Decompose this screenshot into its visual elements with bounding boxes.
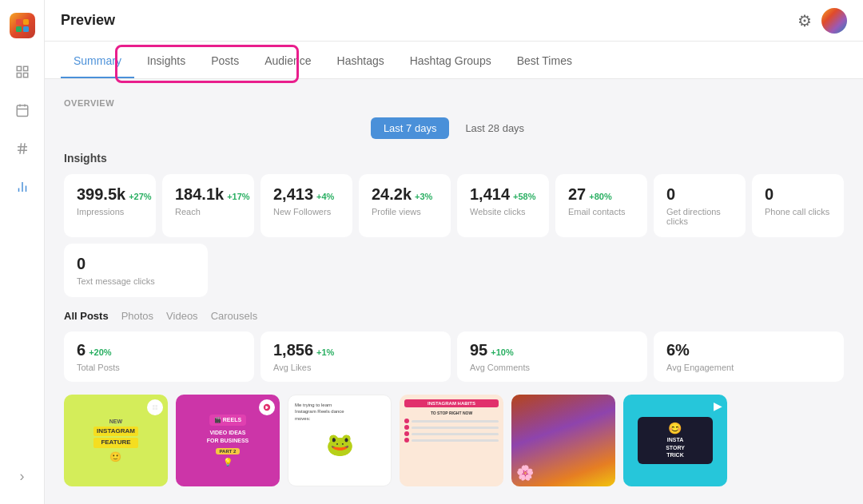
posts-tab-carousels[interactable]: Carousels [211,310,258,322]
svg-rect-22 [153,408,155,411]
hashtag-icon[interactable] [11,137,34,160]
svg-rect-4 [17,66,21,70]
svg-line-15 [23,143,25,154]
directions-clicks-card: 0 Get directions clicks [654,174,746,237]
thumbnail-6[interactable]: 😊 INSTA STORY TRICK ▶ [623,395,727,486]
impressions-card: 399.5k +27% Impressions [64,174,156,237]
svg-rect-0 [16,19,22,25]
chart-icon[interactable] [11,176,34,198]
expand-button[interactable]: › [14,462,31,491]
tab-best-times[interactable]: Best Times [504,42,585,78]
profile-views-card: 24.2k +3% Profile views [359,174,451,237]
svg-rect-20 [153,405,155,407]
tab-hashtag-groups[interactable]: Hashtag Groups [397,42,504,78]
svg-rect-7 [23,73,27,77]
topbar-actions: ⚙ [797,8,847,34]
posts-tabs: All Posts Photos Videos Carousels [64,310,844,322]
app-logo [10,13,35,38]
tab-audience[interactable]: Audience [252,42,324,78]
website-clicks-card: 1,414 +58% Website clicks [457,174,549,237]
thumb-1-badge [147,399,163,415]
settings-icon[interactable]: ⚙ [797,11,812,30]
tab-posts[interactable]: Posts [198,42,252,78]
content-area: OVERVIEW Last 7 days Last 28 days Insigh… [45,79,863,504]
nav-tabs-container: Summary Insights Posts Audience Hashtags… [45,42,863,79]
avg-comments-card: 95 +10% Avg Comments [457,331,647,382]
thumbnails-row: NEW INSTAGRAM FEATURE 🙂 🎬 REELS [64,395,844,486]
overview-label: OVERVIEW [64,92,844,108]
svg-rect-6 [17,73,21,77]
posts-tab-photos[interactable]: Photos [121,310,153,322]
grid-icon[interactable] [11,61,34,83]
insights-title: Insights [64,152,844,165]
avg-engagement-card: 6% Avg Engagement [654,331,844,382]
svg-rect-23 [156,408,158,411]
topbar: Preview ⚙ [45,0,863,42]
main-content: Preview ⚙ Summary Insights Posts Audienc… [45,0,863,504]
total-posts-card: 6 +20% Total Posts [64,331,254,382]
email-contacts-card: 27 +80% Email contacts [555,174,647,237]
impressions-value: 399.5k +27% [77,185,143,204]
calendar-icon[interactable] [11,99,34,121]
last-28-days-button[interactable]: Last 28 days [452,117,537,139]
svg-rect-5 [23,66,27,70]
text-message-clicks-card: 0 Text message clicks [64,244,208,297]
tab-summary[interactable]: Summary [61,42,134,78]
svg-line-14 [20,143,22,154]
tab-insights[interactable]: Insights [134,42,198,78]
svg-rect-3 [23,26,29,32]
reach-card: 184.1k +17% Reach [162,174,254,237]
svg-rect-21 [156,405,158,407]
avg-likes-card: 1,856 +1% Avg Likes [260,331,451,382]
thumb-2-badge [259,399,275,415]
phone-call-clicks-card: 0 Phone call clicks [752,174,844,237]
avatar[interactable] [821,8,847,34]
thumbnail-5[interactable]: 🌸 [511,395,615,486]
nav-tabs: Summary Insights Posts Audience Hashtags… [61,42,847,78]
thumbnail-3[interactable]: Me trying to learn Instagram Reels dance… [288,395,392,486]
svg-rect-2 [16,26,22,32]
new-followers-card: 2,413 +4% New Followers [260,174,352,237]
posts-metrics: 6 +20% Total Posts 1,856 +1% Avg Likes 9… [64,331,844,382]
thumbnail-2[interactable]: 🎬 REELS VIDEO IDEAS FOR BUSINESS PART 2 … [176,395,280,486]
posts-tab-videos[interactable]: Videos [166,310,198,322]
thumbnail-1[interactable]: NEW INSTAGRAM FEATURE 🙂 [64,395,168,486]
svg-rect-8 [17,105,28,117]
svg-rect-1 [23,19,29,25]
last-7-days-button[interactable]: Last 7 days [371,117,450,139]
thumbnail-4[interactable]: INSTAGRAM HABITS TO STOP RIGHT NOW [400,395,503,486]
app-title: Preview [61,12,115,29]
svg-rect-19 [151,403,159,411]
play-icon: ▶ [714,399,722,412]
sidebar: › [0,0,45,504]
tab-hashtags[interactable]: Hashtags [324,42,397,78]
posts-tab-all[interactable]: All Posts [64,310,109,322]
insights-grid: 399.5k +27% Impressions 184.1k +17% Reac… [64,174,844,237]
date-filter: Last 7 days Last 28 days [64,117,844,139]
